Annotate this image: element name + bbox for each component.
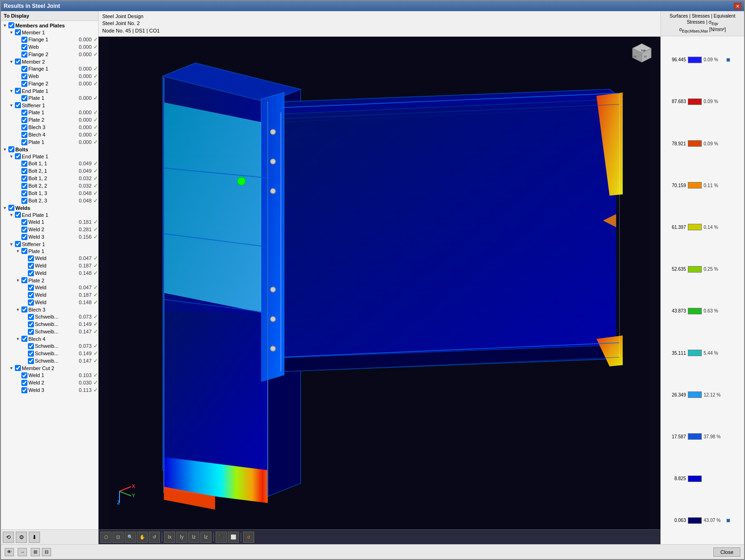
zoom-select-button[interactable]: 🔍 bbox=[125, 532, 136, 543]
svg-point-34 bbox=[270, 159, 276, 164]
tree-flange1[interactable]: Flange 1 0.000 ✓ bbox=[1, 36, 98, 43]
scale-percent: 12.12 % bbox=[704, 392, 725, 397]
viewport[interactable]: TOP FR RI X Y bbox=[99, 37, 660, 529]
pan-button[interactable]: ✋ bbox=[137, 532, 148, 543]
arrow-button[interactable]: → bbox=[18, 548, 27, 556]
tree-schweib1-b3[interactable]: Schweib... 0.073 ✓ bbox=[1, 313, 98, 320]
settings-button1[interactable]: ⚙ bbox=[16, 532, 27, 543]
frame-button[interactable]: ⊟ bbox=[42, 548, 51, 556]
tree-weld3-p2[interactable]: Weld 0.148 ✓ bbox=[1, 299, 98, 306]
svg-line-6 bbox=[119, 487, 131, 491]
tree-weld1-mc[interactable]: Weld 1 0.103 ✓ bbox=[1, 371, 98, 379]
expand-arrow[interactable]: ▼ bbox=[9, 30, 14, 35]
member2-label: Member 2 bbox=[22, 59, 98, 65]
svg-marker-24 bbox=[164, 313, 261, 463]
tree-plate1-ep[interactable]: Plate 1 0.000 ✓ bbox=[1, 94, 98, 102]
tree-blech4-sw[interactable]: ▼ Blech 4 bbox=[1, 335, 98, 342]
tree-bolt23[interactable]: Bolt 2, 3 0.048 ✓ bbox=[1, 197, 98, 204]
tree-schweib2-b3[interactable]: Schweib... 0.149 ✓ bbox=[1, 320, 98, 328]
tree-plate2-sw[interactable]: ▼ Plate 2 bbox=[1, 277, 98, 284]
tree-weld2-mc[interactable]: Weld 2 0.030 ✓ bbox=[1, 379, 98, 386]
member1-label: Member 1 bbox=[22, 30, 98, 35]
tree-flange2-m2[interactable]: Flange 2 0.000 ✓ bbox=[1, 80, 98, 87]
web1-checkbox[interactable] bbox=[21, 44, 27, 50]
tree-weld1-p1[interactable]: Weld 0.047 ✓ bbox=[1, 254, 98, 262]
tree-plate1-sw[interactable]: ▼ Plate 1 bbox=[1, 247, 98, 254]
color-reset-button[interactable]: α bbox=[243, 532, 254, 543]
tree-welds[interactable]: ▼ Welds bbox=[1, 204, 98, 211]
toolbar-separator3 bbox=[241, 533, 241, 542]
tree-member-cut2[interactable]: ▼ Member Cut 2 bbox=[1, 365, 98, 371]
reset-view-button[interactable]: ⟲ bbox=[3, 532, 14, 543]
tree-weld1-p2[interactable]: Weld 0.047 ✓ bbox=[1, 284, 98, 291]
color-swatch bbox=[688, 433, 702, 440]
nav-cube[interactable]: TOP FR RI bbox=[628, 41, 656, 70]
tree-web1[interactable]: Web 0.000 ✓ bbox=[1, 43, 98, 51]
tree-schweib3-b4[interactable]: Schweib... 0.147 ✓ bbox=[1, 357, 98, 365]
rotate-button[interactable]: ↺ bbox=[149, 532, 160, 543]
members-plates-checkbox[interactable] bbox=[8, 22, 14, 28]
tree-flange1-m2[interactable]: Flange 1 0.000 ✓ bbox=[1, 65, 98, 72]
tree-blech3[interactable]: Blech 3 0.000 ✓ bbox=[1, 124, 98, 131]
window-close-button[interactable]: ✕ bbox=[734, 3, 741, 9]
perspective-button[interactable]: ⬡ bbox=[100, 532, 112, 543]
tree-web-m2[interactable]: Web 0.000 ✓ bbox=[1, 72, 98, 80]
tree-weld3-mc[interactable]: Weld 3 0.113 ✓ bbox=[1, 386, 98, 394]
tree-member2[interactable]: ▼ Member 2 bbox=[1, 58, 98, 65]
tree-member1[interactable]: ▼ Member 1 bbox=[1, 29, 98, 36]
wireframe-button[interactable]: ⬜ bbox=[228, 532, 239, 543]
tree-bolt21[interactable]: Bolt 2, 1 0.049 ✓ bbox=[1, 167, 98, 175]
color-swatch bbox=[688, 350, 702, 356]
front-view-button[interactable]: Ix bbox=[164, 532, 175, 543]
tree-weld1-ep[interactable]: Weld 1 0.181 ✓ bbox=[1, 218, 98, 226]
eye-button[interactable]: 👁 bbox=[5, 548, 14, 556]
close-button[interactable]: Close bbox=[713, 547, 740, 557]
scale-percent: 0.09 % bbox=[704, 99, 725, 104]
scale-percent: 0.11 % bbox=[704, 183, 725, 188]
tree-weld2-p1[interactable]: Weld 0.187 ✓ bbox=[1, 262, 98, 269]
tree-bolt13[interactable]: Bolt 1, 3 0.048 ✓ bbox=[1, 189, 98, 197]
tree-container[interactable]: ▼ Members and Plates ▼ Member 1 Flange 1… bbox=[1, 21, 98, 529]
left-panel: To Display ▼ Members and Plates ▼ Member… bbox=[1, 11, 99, 544]
tree-end-plate1-bolts[interactable]: ▼ End Plate 1 bbox=[1, 153, 98, 160]
tree-weld2-ep[interactable]: Weld 2 0.281 ✓ bbox=[1, 226, 98, 233]
member-cut2-label: Member Cut 2 bbox=[22, 365, 98, 371]
tree-bolt12[interactable]: Bolt 1, 2 0.032 ✓ bbox=[1, 175, 98, 182]
grid-button[interactable]: ⊞ bbox=[31, 548, 40, 556]
tree-end-plate1[interactable]: ▼ End Plate 1 bbox=[1, 87, 98, 94]
member1-checkbox[interactable] bbox=[15, 29, 21, 35]
flange1-checkbox[interactable] bbox=[21, 37, 27, 43]
tree-flange2[interactable]: Flange 2 0.000 ✓ bbox=[1, 51, 98, 58]
tree-schweib1-b4[interactable]: Schweib... 0.073 ✓ bbox=[1, 342, 98, 350]
tree-weld3-p1[interactable]: Weld 0.148 ✓ bbox=[1, 269, 98, 277]
tree-end-plate1-welds[interactable]: ▼ End Plate 1 bbox=[1, 211, 98, 218]
expand-arrow[interactable]: ▼ bbox=[3, 23, 7, 28]
tree-bolts[interactable]: ▼ Bolts bbox=[1, 146, 98, 153]
scale-row: 0.063 43.07 % bbox=[665, 516, 740, 525]
tree-stiffener1-welds[interactable]: ▼ Stiffener 1 bbox=[1, 241, 98, 247]
settings-button2[interactable]: ⬇ bbox=[29, 532, 40, 543]
tree-plate1-st2[interactable]: Plate 1 0.000 ✓ bbox=[1, 138, 98, 146]
tree-plate2-st[interactable]: Plate 2 0.000 ✓ bbox=[1, 116, 98, 124]
tree-stiffener1[interactable]: ▼ Stiffener 1 bbox=[1, 102, 98, 109]
tree-blech4[interactable]: Blech 4 0.000 ✓ bbox=[1, 131, 98, 138]
tree-bolt11[interactable]: Bolt 1, 1 0.049 ✓ bbox=[1, 160, 98, 167]
right-panel: Surfaces | Stresses | Equivalent Stresse… bbox=[660, 11, 744, 544]
tree-weld3-ep[interactable]: Weld 3 0.156 ✓ bbox=[1, 233, 98, 241]
tree-plate1-st[interactable]: Plate 1 0.000 ✓ bbox=[1, 109, 98, 116]
zoom-all-button[interactable]: ⊡ bbox=[112, 532, 124, 543]
render-button[interactable]: ⬛ bbox=[216, 532, 227, 543]
tree-bolt22[interactable]: Bolt 2, 2 0.032 ✓ bbox=[1, 182, 98, 189]
tree-blech3-sw[interactable]: ▼ Blech 3 bbox=[1, 306, 98, 313]
left-view-button[interactable]: Iz bbox=[200, 532, 211, 543]
tree-weld2-p2[interactable]: Weld 0.187 ✓ bbox=[1, 291, 98, 299]
tree-members-plates[interactable]: ▼ Members and Plates bbox=[1, 22, 98, 29]
main-content: To Display ▼ Members and Plates ▼ Member… bbox=[1, 11, 744, 544]
back-view-button[interactable]: Iy bbox=[176, 532, 187, 543]
flange2-checkbox[interactable] bbox=[21, 52, 27, 58]
top-view-button[interactable]: Iz bbox=[188, 532, 199, 543]
tree-schweib3-b3[interactable]: Schweib... 0.147 ✓ bbox=[1, 328, 98, 335]
member2-checkbox[interactable] bbox=[15, 59, 21, 65]
scale-row: 61.397 0.14 % bbox=[665, 223, 740, 231]
tree-schweib2-b4[interactable]: Schweib... 0.149 ✓ bbox=[1, 350, 98, 357]
